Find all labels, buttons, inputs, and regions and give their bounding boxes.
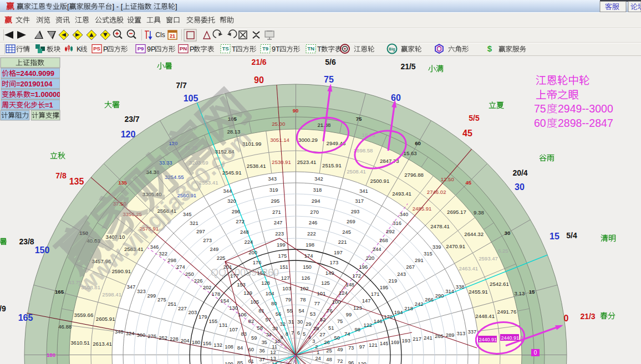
svg-text:294: 294 xyxy=(312,198,320,204)
svg-text:319: 319 xyxy=(269,187,278,193)
svg-text:172: 172 xyxy=(352,273,361,279)
svg-text:T: T xyxy=(317,45,322,53)
svg-text:75: 75 xyxy=(324,75,334,84)
svg-text:299: 299 xyxy=(147,293,156,299)
svg-text:96: 96 xyxy=(348,360,354,364)
svg-text:225: 225 xyxy=(217,255,226,261)
svg-text:45: 45 xyxy=(465,180,471,186)
svg-text:48: 48 xyxy=(326,356,332,362)
svg-text:15: 15 xyxy=(529,289,535,295)
svg-text:30: 30 xyxy=(297,319,303,325)
svg-text:7: 7 xyxy=(291,330,294,336)
svg-text:5/4: 5/4 xyxy=(566,231,577,240)
svg-text:PN: PN xyxy=(180,45,187,52)
svg-text:5/5: 5/5 xyxy=(469,114,480,122)
svg-text:217: 217 xyxy=(413,336,421,342)
svg-text:180: 180 xyxy=(192,339,201,345)
svg-text:49: 49 xyxy=(337,346,343,352)
svg-text:9.38: 9.38 xyxy=(474,209,484,216)
svg-text:175: 175 xyxy=(278,253,287,259)
svg-text:23/7: 23/7 xyxy=(124,115,139,124)
svg-text:81: 81 xyxy=(258,307,264,314)
svg-text:29: 29 xyxy=(306,321,311,327)
svg-text:121: 121 xyxy=(369,342,378,348)
svg-text:150: 150 xyxy=(35,245,50,255)
svg-text:2455.91: 2455.91 xyxy=(469,289,488,295)
svg-text:85: 85 xyxy=(237,360,243,364)
svg-text:2613.41: 2613.41 xyxy=(93,341,112,347)
svg-text:90: 90 xyxy=(254,75,264,85)
svg-text:0: 0 xyxy=(534,350,537,356)
svg-text:T: T xyxy=(232,45,236,53)
svg-text:293: 293 xyxy=(351,208,360,214)
svg-text:348: 348 xyxy=(115,329,124,335)
svg-text:252: 252 xyxy=(159,335,167,341)
svg-text:320: 320 xyxy=(227,198,236,204)
svg-text:2493.41: 2493.41 xyxy=(392,191,411,197)
svg-text:318: 318 xyxy=(313,187,322,193)
svg-text:20/4: 20/4 xyxy=(512,168,527,177)
svg-text:34: 34 xyxy=(266,331,271,337)
svg-text:14: 14 xyxy=(272,361,277,364)
svg-text:2593.47: 2593.47 xyxy=(479,255,498,262)
svg-text:51: 51 xyxy=(328,325,334,331)
svg-text:97: 97 xyxy=(359,344,365,350)
svg-text:21.88: 21.88 xyxy=(317,122,330,128)
svg-text:35: 35 xyxy=(261,339,267,345)
svg-text:2605.91: 2605.91 xyxy=(96,316,115,322)
svg-text:] - [: ] - [ xyxy=(113,2,123,11)
svg-text:54: 54 xyxy=(298,307,304,314)
svg-text:3051.14: 3051.14 xyxy=(270,137,289,143)
svg-text:242: 242 xyxy=(415,301,424,307)
svg-text:269: 269 xyxy=(347,218,355,224)
svg-text:266: 266 xyxy=(425,296,434,303)
svg-text:176: 176 xyxy=(253,259,262,265)
svg-text:57: 57 xyxy=(265,316,271,322)
svg-text:169: 169 xyxy=(391,339,400,345)
svg-text:45: 45 xyxy=(462,129,472,138)
svg-text:3610.51: 3610.51 xyxy=(70,340,90,346)
svg-text:199: 199 xyxy=(277,242,286,248)
svg-text:272: 272 xyxy=(236,218,245,224)
svg-text:99: 99 xyxy=(346,311,352,317)
svg-text:200: 200 xyxy=(248,249,257,255)
svg-text:5: 5 xyxy=(303,331,306,337)
svg-text:273: 273 xyxy=(203,237,212,243)
svg-text:=1: =1 xyxy=(45,101,53,109)
svg-text:219: 219 xyxy=(388,278,397,284)
svg-text:146: 146 xyxy=(374,318,383,324)
svg-text:32: 32 xyxy=(279,321,285,327)
svg-text:=2440.9099: =2440.9099 xyxy=(16,69,54,78)
svg-text:317: 317 xyxy=(355,198,364,204)
svg-text:52: 52 xyxy=(320,316,325,322)
svg-text:30: 30 xyxy=(505,230,511,236)
svg-text:347: 347 xyxy=(127,284,136,290)
svg-text:155: 155 xyxy=(208,318,217,324)
svg-text:298: 298 xyxy=(167,257,176,263)
svg-text:24: 24 xyxy=(315,355,320,361)
svg-text:Cls: Cls xyxy=(155,31,165,39)
svg-text:124: 124 xyxy=(339,290,348,296)
svg-text:2508.41: 2508.41 xyxy=(347,168,366,175)
svg-text:60: 60 xyxy=(248,346,253,352)
svg-text:130: 130 xyxy=(229,305,238,311)
svg-text:2478.41: 2478.41 xyxy=(430,223,450,229)
svg-text:[: [ xyxy=(67,2,69,11)
svg-text:76: 76 xyxy=(327,307,332,314)
svg-text:165: 165 xyxy=(55,289,64,295)
svg-text:245: 245 xyxy=(342,229,351,235)
svg-text:46.88: 46.88 xyxy=(58,324,72,330)
svg-text:316: 316 xyxy=(393,220,401,226)
svg-text:131: 131 xyxy=(219,322,228,328)
svg-text:313: 313 xyxy=(457,330,466,336)
svg-text:31: 31 xyxy=(288,319,294,325)
svg-text:1: 1 xyxy=(317,349,319,355)
svg-text:3000.29: 3000.29 xyxy=(298,137,318,143)
svg-text:55: 55 xyxy=(287,307,292,314)
svg-text:244: 244 xyxy=(373,246,381,252)
svg-text:105: 105 xyxy=(184,94,199,103)
svg-text:2485.91: 2485.91 xyxy=(413,206,432,212)
svg-text:2440.91: 2440.91 xyxy=(501,335,520,341)
svg-text:2515.91: 2515.91 xyxy=(322,162,342,168)
svg-text:340: 340 xyxy=(400,211,409,217)
